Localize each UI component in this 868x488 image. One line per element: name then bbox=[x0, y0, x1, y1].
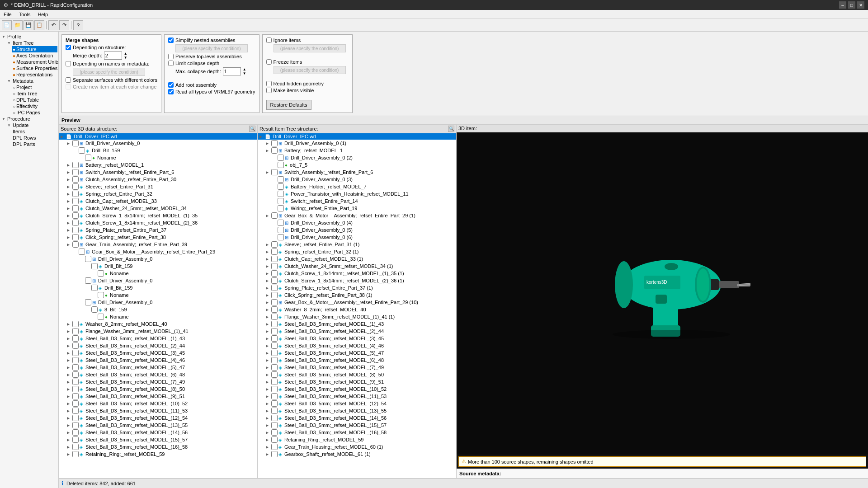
tree-row[interactable]: ▶◈Steel_Ball_D3_5mm;_refset_MODEL_(16)_5… bbox=[258, 429, 456, 436]
max-collapse-input[interactable] bbox=[223, 67, 241, 75]
tree-row[interactable]: ⊞Drill_Driver_Assembly_0 (4) bbox=[258, 219, 456, 226]
tree-row[interactable]: ▶⊞Battery;_refset_MODEL_1 bbox=[258, 147, 456, 154]
close-button[interactable]: ✕ bbox=[857, 1, 864, 9]
tree-row[interactable]: ▶◈Steel_Ball_D3_5mm;_refset_MODEL_(5)_47 bbox=[258, 349, 456, 357]
make-visible-checkbox[interactable] bbox=[266, 88, 272, 93]
tree-row[interactable]: ▶◈Click_Spring;_refset_Entire_Part_38 (1… bbox=[258, 291, 456, 299]
sidebar-item-dpl-table[interactable]: ○ DPL Table bbox=[12, 97, 57, 103]
tree-row[interactable]: ◈Drill_Bit_159 bbox=[59, 284, 257, 291]
tree-item-checkbox[interactable] bbox=[278, 191, 284, 197]
tree-row[interactable]: ▶◈Steel_Ball_D3_5mm;_refset_MODEL_(2)_44 bbox=[59, 342, 257, 349]
tree-item-checkbox[interactable] bbox=[271, 357, 278, 363]
tree-row[interactable]: ▶⊞Battery;_refset_MODEL_1 bbox=[59, 161, 257, 169]
tree-item-checkbox[interactable] bbox=[72, 393, 79, 399]
tree-row[interactable]: ▶⊞Gear_Train_Assembly;_refset_Entire_Par… bbox=[59, 241, 257, 248]
tree-row[interactable]: ▶◈Steel_Ball_D3_5mm;_refset_MODEL_(14)_5… bbox=[258, 414, 456, 422]
tree-item-checkbox[interactable] bbox=[85, 277, 91, 284]
tree-item-checkbox[interactable] bbox=[72, 364, 79, 371]
tree-row[interactable]: ▶⊞Switch_Assembly;_refset_Entire_Part_6 bbox=[59, 169, 257, 176]
read-all-types-checkbox[interactable] bbox=[168, 89, 174, 94]
tree-row[interactable]: ◈Drill_Bit_159 bbox=[59, 263, 257, 270]
tree-item-checkbox[interactable] bbox=[278, 220, 284, 226]
tree-item-checkbox[interactable] bbox=[98, 292, 104, 298]
add-root-checkbox[interactable] bbox=[168, 82, 174, 88]
tree-row[interactable]: ▶◈Steel_Ball_D3_5mm;_refset_MODEL_(1)_43 bbox=[258, 320, 456, 328]
tree-item-checkbox[interactable] bbox=[278, 198, 284, 204]
tree-item-checkbox[interactable] bbox=[271, 263, 278, 269]
tree-item-checkbox[interactable] bbox=[271, 350, 278, 356]
tree-row[interactable]: ▶◈Steel_Ball_D3_5mm;_refset_MODEL_(8)_50 bbox=[59, 385, 257, 393]
tree-row[interactable]: ▶◈Steel_Ball_D3_5mm;_refset_MODEL_(1)_43 bbox=[59, 335, 257, 342]
tree-row[interactable]: ▶◈Steel_Ball_D3_5mm;_refset_MODEL_(3)_45 bbox=[59, 349, 257, 357]
tree-row[interactable]: ◈8_Bit_159 bbox=[59, 306, 257, 313]
sidebar-item-item-tree[interactable]: ▼ Item Tree bbox=[6, 40, 57, 46]
tree-item-checkbox[interactable] bbox=[72, 191, 79, 197]
tree-item-checkbox[interactable] bbox=[271, 444, 278, 450]
tree-item-checkbox[interactable] bbox=[85, 256, 91, 262]
tree-row[interactable]: ▶⊞Gear_Box_&_Motor__Assembly;_refset_Ent… bbox=[258, 212, 456, 219]
tree-item-checkbox[interactable] bbox=[72, 241, 79, 248]
save-button[interactable]: 💾 bbox=[24, 20, 33, 30]
tree-item-checkbox[interactable] bbox=[271, 169, 278, 175]
sidebar-item-representations[interactable]: ● Representations bbox=[12, 71, 57, 78]
sidebar-item-items[interactable]: Items bbox=[12, 128, 57, 135]
read-hidden-checkbox[interactable] bbox=[266, 81, 272, 86]
tree-item-checkbox[interactable] bbox=[271, 270, 278, 277]
tree-item-checkbox[interactable] bbox=[271, 321, 278, 327]
tree-item-checkbox[interactable] bbox=[72, 176, 79, 183]
tree-row[interactable]: ▶◈Steel_Ball_D3_5mm;_refset_MODEL_(12)_5… bbox=[59, 414, 257, 422]
sidebar-item-measurement-units[interactable]: ● Measurement Units bbox=[12, 59, 57, 65]
sidebar-item-effectivity[interactable]: ○ Effectivity bbox=[12, 103, 57, 109]
tree-row[interactable]: ▶◈Steel_Ball_D3_5mm;_refset_MODEL_(9)_51 bbox=[258, 378, 456, 385]
tree-item-checkbox[interactable] bbox=[72, 234, 79, 240]
maximize-button[interactable]: □ bbox=[848, 1, 855, 9]
tree-item-checkbox[interactable] bbox=[271, 314, 278, 320]
tree-row[interactable]: ▶◈Steel_Ball_D3_5mm;_refset_MODEL_(11)_5… bbox=[258, 393, 456, 400]
tree-row[interactable]: ●obj_7_5 bbox=[258, 161, 456, 169]
tree-row[interactable]: ▶◈Clutch_Screw_1_8x14mm;_refset_MODEL_(2… bbox=[59, 219, 257, 226]
tree-item-checkbox[interactable] bbox=[91, 263, 98, 269]
tree-row[interactable]: ▶◈Clutch_Screw_1_8x14mm;_refset_MODEL_(1… bbox=[258, 270, 456, 277]
tree-row[interactable]: ⊞Drill_Driver_Assembly_0 bbox=[59, 255, 257, 263]
names-condition-button[interactable]: (please specify the condition) bbox=[73, 68, 145, 76]
tree-row[interactable]: ▶◈Washer_8_2mm;_refset_MODEL_40 bbox=[59, 320, 257, 328]
tree-item-checkbox[interactable] bbox=[271, 436, 278, 443]
depending-structure-checkbox[interactable] bbox=[66, 45, 71, 50]
tree-row[interactable]: ●Noname bbox=[59, 270, 257, 277]
limit-collapse-checkbox[interactable] bbox=[168, 61, 174, 66]
tree-item-checkbox[interactable] bbox=[271, 393, 278, 399]
sidebar-item-ipc-pages[interactable]: ○ IPC Pages bbox=[12, 109, 57, 116]
tree-item-checkbox[interactable] bbox=[271, 241, 278, 248]
tree-row[interactable]: ▶◈Steel_Ball_D3_5mm;_refset_MODEL_(13)_5… bbox=[258, 407, 456, 414]
sidebar-item-metadata[interactable]: ▼ Metadata bbox=[6, 78, 57, 84]
tree-row[interactable]: ▶⊞Drill_Driver_Assembly_0 bbox=[59, 140, 257, 147]
separate-surfaces-checkbox[interactable] bbox=[66, 77, 71, 83]
tree-item-checkbox[interactable] bbox=[271, 140, 278, 146]
tree-row[interactable]: ▶◈Steel_Ball_D3_5mm;_refset_MODEL_(5)_47 bbox=[59, 364, 257, 371]
tree-item-checkbox[interactable] bbox=[72, 205, 79, 211]
tree-row[interactable]: ▶⊞Gear_Box_&_Motor__Assembly;_refset_Ent… bbox=[258, 299, 456, 306]
simplify-nested-checkbox[interactable] bbox=[168, 38, 174, 43]
sidebar-item-profile[interactable]: ▼ Profile bbox=[1, 33, 57, 40]
tree-row[interactable]: ▶◈Clutch_Washer_24_5mm;_refset_MODEL_34 bbox=[59, 205, 257, 212]
tree-item-checkbox[interactable] bbox=[72, 198, 79, 204]
tree-item-checkbox[interactable] bbox=[278, 176, 284, 183]
sidebar-item-surface-properties[interactable]: ● Surface Properties bbox=[12, 65, 57, 71]
tree-item-checkbox[interactable] bbox=[271, 335, 278, 342]
tree-item-checkbox[interactable] bbox=[91, 306, 98, 313]
tree-item-checkbox[interactable] bbox=[271, 379, 278, 385]
tree-row[interactable]: ▶⊞Switch_Assembly;_refset_Entire_Part_6 bbox=[258, 169, 456, 176]
tree-row[interactable]: ▶◈Steel_Ball_D3_5mm;_refset_MODEL_(4)_46 bbox=[59, 357, 257, 364]
help-button[interactable]: ? bbox=[73, 20, 83, 30]
tree-item-checkbox[interactable] bbox=[72, 400, 79, 407]
open-button[interactable]: 📁 bbox=[13, 20, 23, 30]
tree-item-checkbox[interactable] bbox=[72, 328, 79, 334]
tree-item-checkbox[interactable] bbox=[271, 364, 278, 371]
tree-row[interactable]: ▶◈Sleeve;_refset_Entire_Part_31 (1) bbox=[258, 241, 456, 248]
tree-item-checkbox[interactable] bbox=[72, 386, 79, 392]
source-tree-body[interactable]: ▶📄Drill_Driver_IPC.wrl▶⊞Drill_Driver_Ass… bbox=[59, 133, 257, 478]
tree-item-checkbox[interactable] bbox=[72, 451, 79, 457]
sidebar-item-structure[interactable]: ● Structure bbox=[12, 46, 57, 52]
tree-item-checkbox[interactable] bbox=[271, 277, 278, 284]
create-new-item-checkbox[interactable] bbox=[66, 84, 71, 89]
